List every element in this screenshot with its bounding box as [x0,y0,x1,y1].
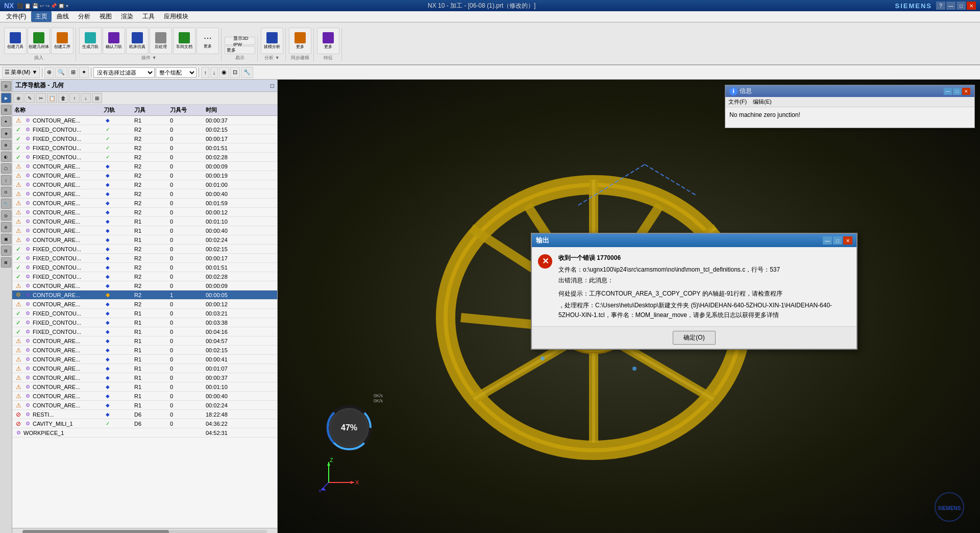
sidebar-icon-2[interactable]: ⊞ [1,105,11,115]
tb-btn-4[interactable]: ✦ [79,67,89,78]
tb-btn-2[interactable]: 🔍 [55,67,67,78]
table-row[interactable]: ⊘ ⚙ CAVITY_MILI_1 ✓ D6 0 04:36:22 [12,419,277,428]
table-row[interactable]: ⚠ ⚙ CONTOUR_ARE... ◆ R1 0 00:02:24 [12,235,277,245]
show-3d-ipw-btn[interactable]: 显示3D IPW [225,37,255,45]
match-combo[interactable]: 整个组配 [156,67,197,78]
menu-file[interactable]: 文件(F) [2,11,30,22]
table-row[interactable]: ✓ ⚙ FIXED_CONTOU... ✓ R2 0 00:01:51 [12,143,277,153]
workshop-doc-btn[interactable]: 车间文档 [173,28,195,54]
error-ok-btn[interactable]: 确定(O) [673,331,715,345]
table-row[interactable]: ⚠ ⚙ CONTOUR_ARE... ◆ R1 0 00:00:40 [12,392,277,401]
menu-curve[interactable]: 曲线 [53,11,73,22]
sidebar-icon-15[interactable]: ⊠ [1,257,11,268]
table-row[interactable]: ⚠ ⚙ CONTOUR_ARE... ◆ R2 0 00:01:59 [12,199,277,208]
nav-tb-2[interactable]: ✎ [24,93,35,103]
sidebar-icon-5[interactable]: ⊕ [1,140,11,150]
tb-icon-btn1[interactable]: ↑ [201,67,209,78]
table-row[interactable]: ⚠ ⚙ CONTOUR_ARE... ◆ R2 0 00:00:09 [12,162,277,171]
table-row[interactable]: ✓ ⚙ FIXED_CONTOU... ◆ R1 0 00:04:16 [12,327,277,336]
sidebar-icon-8[interactable]: ↕ [1,175,11,185]
table-row[interactable]: ⚠ ⚙ CONTOUR_ARE... ◆ R1 0 00:01:07 [12,364,277,373]
table-row[interactable]: ⚠ ⚙ CONTOUR_ARE... ◆ R1 0 00:01:10 [12,217,277,226]
help-btn[interactable]: ? [936,2,945,10]
post-process-btn[interactable]: 后处理 [150,28,172,54]
sidebar-icon-13[interactable]: ▣ [1,234,11,244]
sidebar-icon-settings[interactable]: ⚙ [1,81,11,91]
nav-hscroll[interactable] [12,528,277,533]
ops-more-btn[interactable]: ⋯ 更多 [197,28,219,54]
sidebar-icon-1[interactable]: ▶ [1,93,11,103]
table-row[interactable]: ⚠ ⚙ CONTOUR_ARE... ◆ R1 0 00:02:24 [12,401,277,410]
table-row[interactable]: ✓ ⚙ FIXED_CONTOU... ◆ R2 0 00:01:51 [12,263,277,272]
sidebar-icon-11[interactable]: ◎ [1,210,11,221]
hscroll-thumb[interactable] [22,530,169,534]
sync-more-btn[interactable]: 更多 [289,28,311,54]
sidebar-icon-10[interactable]: 🔧 [1,199,11,209]
table-row[interactable]: ✓ ⚙ FIXED_CONTOU... ◆ R2 0 00:00:17 [12,254,277,263]
info-max-btn[interactable]: □ [953,88,961,95]
info-min-btn[interactable]: — [944,88,952,95]
table-row[interactable]: ⚙ ⚙ CONTOUR_ARE... ◆ R2 1 00:00:05 [12,290,277,300]
sidebar-icon-7[interactable]: ⬡ [1,163,11,174]
error-close-btn[interactable]: ✕ [843,236,852,245]
sidebar-icon-14[interactable]: ⊟ [1,246,11,256]
table-row[interactable]: ✓ ⚙ FIXED_CONTOU... ✓ R2 0 00:02:28 [12,153,277,162]
gen-toolpath-btn[interactable]: 生成刀轨 [79,28,102,54]
feature-more-btn[interactable]: 更多 [317,28,339,54]
table-row[interactable]: ✓ ⚙ FIXED_CONTOU... ◆ R1 0 00:03:38 [12,318,277,327]
info-menu-edit[interactable]: 编辑(E) [753,98,772,106]
table-row[interactable]: ✓ ⚙ FIXED_CONTOU... ✓ R2 0 00:00:17 [12,134,277,143]
info-close-btn[interactable]: ✕ [962,88,970,95]
close-btn[interactable]: ✕ [967,2,976,10]
info-menu-file[interactable]: 文件(F) [728,98,747,106]
nav-tb-3[interactable]: ✂ [36,93,46,103]
menu-render[interactable]: 渲染 [117,11,137,22]
table-row[interactable]: ⚠ ⚙ CONTOUR_ARE... ◆ R2 0 00:00:19 [12,171,277,180]
nav-tb-4[interactable]: 📋 [47,93,57,103]
table-row[interactable]: ⚠ ⚙ CONTOUR_ARE... ◆ R1 0 00:00:37 [12,373,277,382]
menu-analysis[interactable]: 分析 [74,11,94,22]
draft-analysis-btn[interactable]: 拔模分析 [261,28,283,54]
tb-icon-btn5[interactable]: 🔧 [241,67,253,78]
verify-toolpath-btn[interactable]: 确认刀轨 [103,28,125,54]
nav-expand-btn[interactable]: □ [271,82,274,89]
tb-icon-btn3[interactable]: ◉ [219,67,229,78]
sidebar-icon-12[interactable]: ⊛ [1,222,11,232]
minimize-btn[interactable]: — [946,2,955,10]
sidebar-icon-4[interactable]: ◈ [1,128,11,138]
tb-icon-btn4[interactable]: ⊡ [230,67,240,78]
table-row[interactable]: ⊘ ⚙ RESTI... ◆ D6 0 18:22:48 [12,410,277,419]
nav-tb-1[interactable]: ⊕ [13,93,23,103]
table-row[interactable]: ⚠ ⚙ CONTOUR_ARE... ◆ R1 0 00:00:37 [12,116,277,125]
create-tool-btn[interactable]: 创建刀具 [4,28,27,54]
sidebar-icon-9[interactable]: ⊙ [1,187,11,197]
maximize-btn[interactable]: □ [957,2,966,10]
table-row[interactable]: ⚠ ⚙ CONTOUR_ARE... ◆ R1 0 00:04:57 [12,336,277,346]
viewport[interactable]: X Z Y 47% 0K/s 0 [278,80,980,533]
nav-tb-5[interactable]: 🗑 [58,93,68,103]
nav-tb-7[interactable]: ↓ [81,93,91,103]
menu-home[interactable]: 主页 [31,11,52,22]
table-row[interactable]: ⚠ ⚙ CONTOUR_ARE... ◆ R2 0 00:00:40 [12,189,277,199]
table-row[interactable]: ✓ ⚙ FIXED_CONTOU... ✓ R2 0 00:02:15 [12,125,277,134]
table-row[interactable]: ✓ ⚙ FIXED_CONTOU... ◆ R2 0 00:02:28 [12,272,277,281]
tb-btn-3[interactable]: ⊞ [68,67,78,78]
nav-tb-6[interactable]: ↑ [69,93,80,103]
table-row[interactable]: ⚠ ⚙ CONTOUR_ARE... ◆ R2 0 00:00:09 [12,281,277,290]
show-more-btn[interactable]: 更多 [225,46,255,54]
menu-view[interactable]: 视图 [95,11,116,22]
table-row[interactable]: ✓ ⚙ FIXED_CONTOU... ◆ R1 0 00:03:21 [12,309,277,318]
table-row[interactable]: ⚠ ⚙ CONTOUR_ARE... ◆ R1 0 00:02:15 [12,346,277,355]
table-row[interactable]: ⚠ ⚙ CONTOUR_ARE... ◆ R1 0 00:00:40 [12,226,277,235]
machine-sim-btn[interactable]: 机床仿真 [126,28,149,54]
create-geometry-btn[interactable]: 创建几何体 [28,28,50,54]
sidebar-icon-3[interactable]: ✦ [1,116,11,127]
menu-btn[interactable]: ☰ 菜单(M) ▼ [2,67,40,78]
menu-tools[interactable]: 工具 [138,11,159,22]
table-row[interactable]: ⚠ ⚙ CONTOUR_ARE... ◆ R2 0 00:01:00 [12,180,277,189]
table-row[interactable]: ⚠ ⚙ CONTOUR_ARE... ◆ R2 0 00:00:12 [12,208,277,217]
tb-icon-btn2[interactable]: ↓ [210,67,218,78]
sidebar-icon-6[interactable]: ◐ [1,152,11,162]
error-max-btn[interactable]: □ [833,236,842,245]
table-row[interactable]: ✓ ⚙ FIXED_CONTOU... ◆ R2 0 00:02:15 [12,245,277,254]
